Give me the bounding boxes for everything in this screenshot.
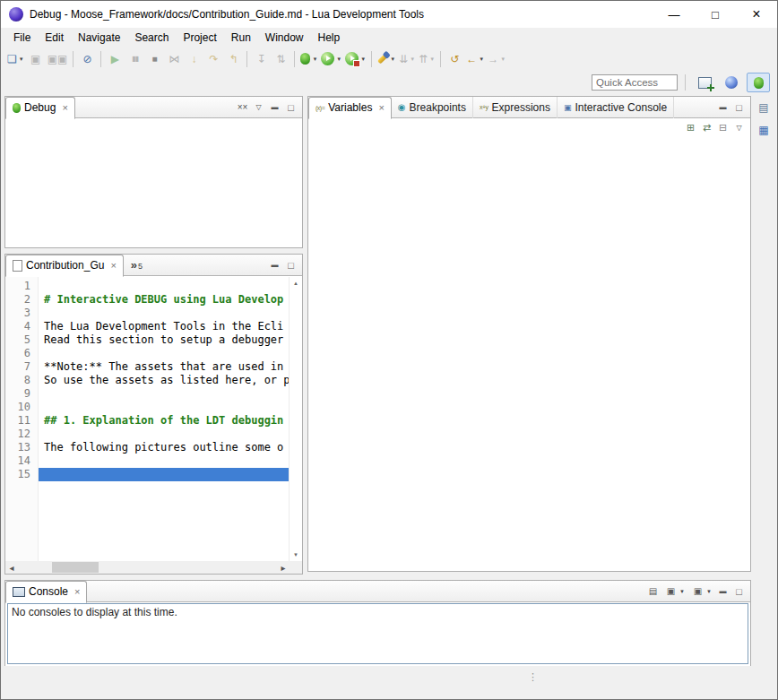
next-annotation-button[interactable]: ⇊ ▼ — [397, 49, 417, 69]
line-text[interactable] — [39, 387, 290, 401]
step-return-button[interactable]: ↰ — [223, 49, 243, 69]
editor-line: 13 The following pictures outline some o — [5, 441, 290, 454]
quick-access-input[interactable] — [592, 74, 678, 91]
remove-terminated-launches-icon[interactable]: ×× — [236, 100, 249, 115]
back-button[interactable]: ← ▼ — [464, 49, 486, 69]
editor-tab-overflow[interactable]: » 5 — [124, 258, 150, 272]
line-text[interactable] — [39, 454, 290, 468]
window-minimize-button[interactable]: — — [653, 1, 695, 28]
menu-help[interactable]: Help — [311, 30, 348, 46]
editor-horizontal-scrollbar[interactable]: ◂ ▸ — [5, 561, 290, 574]
new-button[interactable]: ❏ ▼ — [5, 49, 26, 69]
maximize-view-icon[interactable]: □ — [732, 100, 746, 115]
line-text[interactable]: The following pictures outline some o — [39, 441, 290, 454]
collapse-all-icon[interactable]: ⊟ — [716, 121, 730, 135]
line-text[interactable] — [39, 307, 290, 320]
restore-minimized-view-button[interactable]: ▤ — [755, 99, 773, 116]
show-type-names-icon[interactable]: ⊞ — [684, 121, 697, 135]
search-button[interactable]: ▼ — [376, 49, 397, 69]
tab-breakpoints[interactable]: ◉ Breakpoints — [392, 97, 473, 118]
close-icon[interactable]: × — [110, 260, 116, 271]
lua-perspective-button[interactable] — [720, 73, 743, 92]
window-close-button[interactable]: × — [736, 1, 777, 28]
close-icon[interactable]: × — [378, 102, 384, 113]
menu-navigate[interactable]: Navigate — [71, 30, 127, 46]
scroll-down-icon[interactable]: ▼ — [293, 549, 298, 561]
line-text[interactable]: The Lua Development Tools in the Ecli — [39, 320, 290, 333]
minimize-view-icon[interactable]: ▬ — [716, 100, 730, 115]
minimized-view-button[interactable]: ▦ — [755, 122, 773, 138]
line-number: 4 — [5, 320, 39, 333]
show-logical-structure-icon[interactable]: ⇄ — [700, 121, 713, 135]
menu-run[interactable]: Run — [224, 30, 258, 46]
tab-variables[interactable]: (x)= Variables × — [308, 97, 392, 119]
line-text[interactable]: **Note:** The assets that are used in — [39, 360, 290, 374]
title-bar[interactable]: Debug - Moose_Framework/docs/Contributio… — [1, 1, 777, 28]
menu-file[interactable]: File — [6, 30, 38, 46]
menu-edit[interactable]: Edit — [38, 30, 71, 46]
debug-view-body[interactable] — [5, 119, 302, 247]
open-perspective-button[interactable] — [693, 73, 716, 92]
menu-window[interactable]: Window — [258, 30, 311, 46]
tab-console[interactable]: Console × — [5, 581, 87, 603]
save-button[interactable]: ▣ — [26, 49, 46, 69]
editor-content[interactable]: 1 2 # Interactive DEBUG using Lua Develo… — [5, 277, 290, 561]
editor-tabbar: Contribution_Gu × » 5 ▬ □ — [5, 255, 302, 276]
resume-button[interactable]: ▶ — [105, 49, 125, 69]
line-text[interactable]: ## 1. Explanation of the LDT debuggin — [39, 414, 290, 428]
display-selected-console-button[interactable]: ▣ ▼ — [662, 582, 687, 601]
debug-perspective-button[interactable] — [747, 73, 770, 92]
suspend-button[interactable]: ▮▮ — [125, 49, 144, 69]
line-text[interactable] — [39, 347, 290, 360]
tab-expressions[interactable]: x+y Expressions — [473, 97, 558, 118]
close-icon[interactable]: × — [62, 102, 67, 113]
view-menu-icon[interactable]: ▽ — [252, 100, 265, 115]
tab-interactive-console[interactable]: ▣ Interactive Console — [558, 97, 674, 118]
statusbar-drag-handle[interactable]: ⋮ — [528, 671, 538, 683]
save-all-button[interactable]: ▣▣ — [46, 49, 70, 69]
use-step-filters-button[interactable]: ⇅ — [271, 49, 290, 69]
tab-debug[interactable]: Debug × — [5, 97, 75, 119]
line-text[interactable] — [39, 280, 290, 293]
scroll-up-icon[interactable]: ▲ — [293, 277, 298, 290]
drop-to-frame-button[interactable]: ↧ — [251, 49, 271, 69]
maximize-view-icon[interactable]: □ — [284, 100, 298, 115]
step-into-button[interactable]: ↓ — [184, 49, 203, 69]
horizontal-scroll-thumb[interactable] — [52, 562, 99, 573]
step-over-button[interactable]: ↷ — [203, 49, 223, 69]
terminate-button[interactable]: ■ — [144, 49, 164, 69]
clear-console-icon[interactable]: ▤ — [646, 584, 660, 599]
maximize-view-icon[interactable]: □ — [284, 258, 298, 272]
run-launch-button[interactable]: ▼ — [319, 49, 343, 69]
console-body[interactable]: No consoles to display at this time. — [7, 603, 748, 664]
line-text[interactable]: Read this section to setup a debugger — [39, 333, 290, 347]
menu-project[interactable]: Project — [176, 30, 223, 46]
external-tools-button[interactable]: ▼ — [343, 49, 367, 69]
skip-all-breakpoints-button[interactable]: ⊘ — [77, 49, 97, 69]
maximize-view-icon[interactable]: □ — [732, 584, 746, 599]
line-text[interactable]: So use the assets as listed here, or p — [39, 374, 290, 387]
minimize-view-icon[interactable]: ▬ — [268, 100, 281, 115]
previous-annotation-button[interactable]: ⇈ ▼ — [417, 49, 437, 69]
console-actions: ▤ ▣ ▼ ▣ ▼ ▬ □ — [642, 582, 750, 601]
last-edit-location-button[interactable]: ↺ — [445, 49, 464, 69]
menu-search[interactable]: Search — [127, 30, 176, 46]
debug-launch-button[interactable]: ▼ — [298, 49, 319, 69]
line-text[interactable]: # Interactive DEBUG using Lua Develop — [39, 293, 290, 307]
line-text[interactable] — [39, 428, 290, 441]
line-text[interactable] — [39, 401, 290, 414]
editor-vertical-scrollbar[interactable]: ▲ ▼ — [289, 277, 302, 561]
close-icon[interactable]: × — [74, 586, 80, 597]
variables-view-body[interactable] — [308, 138, 750, 571]
view-menu-icon[interactable]: ▽ — [732, 121, 746, 135]
disconnect-button[interactable]: ⋈ — [164, 49, 184, 69]
window-maximize-button[interactable]: □ — [695, 1, 736, 28]
tab-contribution-guide[interactable]: Contribution_Gu × — [5, 255, 124, 277]
line-text[interactable] — [39, 468, 290, 481]
open-console-button[interactable]: ▣ ▼ — [689, 582, 713, 601]
scroll-left-icon[interactable]: ◂ — [5, 561, 18, 574]
forward-button[interactable]: → ▼ — [486, 49, 507, 69]
minimize-view-icon[interactable]: ▬ — [716, 584, 730, 599]
scroll-right-icon[interactable]: ▸ — [277, 561, 290, 574]
minimize-view-icon[interactable]: ▬ — [268, 258, 281, 272]
